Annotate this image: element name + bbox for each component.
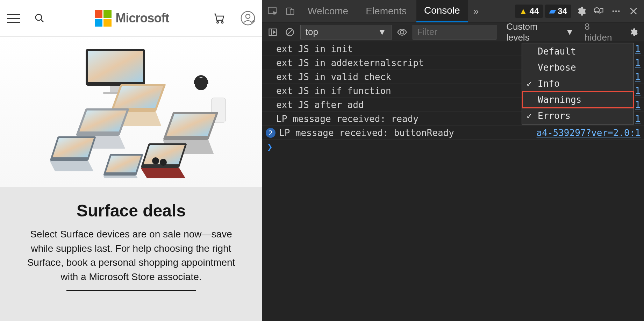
promo-body: Select Surface devices are on sale now—s… — [19, 227, 243, 284]
account-icon[interactable] — [241, 11, 255, 26]
more-tabs-icon[interactable]: » — [470, 6, 482, 17]
search-icon[interactable] — [34, 13, 45, 23]
live-expression-icon[interactable] — [395, 25, 409, 39]
svg-marker-31 — [100, 176, 144, 178]
menu-button[interactable] — [7, 12, 20, 25]
brand[interactable]: Microsoft — [66, 10, 198, 27]
log-source-link[interactable]: a4-539297?ver=2.0:1 — [531, 128, 641, 138]
levels-menu: Default Verbose ✓Info Warnings ✓Errors — [522, 43, 634, 124]
console-body: ext JS_in init.jsonp?v=2.0&d1ext JS_in a… — [262, 42, 644, 321]
messages-badge[interactable]: ▰34 — [545, 5, 571, 18]
check-icon: ✓ — [527, 110, 532, 121]
promo-title: Surface deals — [17, 201, 245, 220]
svg-point-40 — [618, 10, 620, 12]
hidden-count[interactable]: 8 hidden — [580, 21, 623, 43]
svg-rect-21 — [79, 110, 127, 131]
inspect-icon[interactable] — [265, 3, 280, 19]
site-header: Microsoft — [0, 0, 262, 37]
promo-link-underline[interactable] — [66, 290, 196, 291]
brand-name: Microsoft — [116, 11, 169, 26]
levels-item-warnings[interactable]: Warnings — [522, 92, 634, 108]
devtools-pane: Welcome Elements Console » ▲44 ▰34 top ▼ — [262, 0, 644, 321]
microsoft-logo-icon — [95, 10, 112, 27]
log-levels-dropdown[interactable]: Custom levels ▼ — [503, 21, 577, 43]
log-row: 2LP message received: buttonReadya4-5392… — [262, 126, 644, 140]
svg-point-48 — [400, 30, 404, 34]
svg-rect-18 — [166, 114, 216, 136]
context-selector[interactable]: top ▼ — [300, 25, 392, 40]
log-count-badge: 2 — [266, 128, 276, 138]
levels-item-info[interactable]: ✓Info — [522, 76, 634, 92]
svg-marker-28 — [137, 168, 189, 178]
webpage-pane: Microsoft — [0, 0, 262, 321]
svg-marker-45 — [273, 31, 275, 33]
svg-point-2 — [217, 22, 219, 23]
hero-image — [0, 37, 262, 187]
levels-label: Custom levels — [506, 21, 562, 43]
tab-welcome[interactable]: Welcome — [300, 0, 356, 22]
svg-line-1 — [41, 20, 44, 22]
svg-point-39 — [615, 10, 617, 12]
levels-item-verbose[interactable]: Verbose — [522, 59, 634, 76]
svg-rect-36 — [290, 9, 294, 14]
clear-console-icon[interactable] — [283, 25, 296, 39]
console-prompt[interactable]: ❯ — [262, 140, 644, 154]
sidebar-toggle-icon[interactable] — [266, 25, 279, 39]
svg-rect-9 — [88, 51, 143, 82]
console-settings-icon[interactable] — [627, 28, 641, 37]
log-message: ext JS_after add — [276, 100, 547, 110]
warnings-badge[interactable]: ▲44 — [515, 5, 543, 18]
tab-console[interactable]: Console — [416, 0, 468, 22]
log-message: ext JS_in addexternalscript — [276, 58, 547, 68]
svg-rect-30 — [106, 156, 141, 172]
console-toolbar: top ▼ Custom levels ▼ 8 hidden — [262, 22, 644, 42]
levels-item-errors[interactable]: ✓Errors — [522, 108, 634, 124]
tab-elements[interactable]: Elements — [358, 0, 414, 22]
svg-line-47 — [287, 30, 292, 35]
chevron-down-icon: ▼ — [378, 27, 387, 37]
feedback-icon[interactable] — [591, 6, 606, 16]
log-message: ext JS_in_if function — [276, 86, 547, 96]
log-message: LP message received: buttonReady — [279, 128, 531, 138]
log-message: ext JS_in init — [276, 44, 547, 54]
log-message: ext JS_in valid check — [276, 72, 547, 82]
promo-section: Surface deals Select Surface devices are… — [0, 187, 262, 321]
close-icon[interactable] — [626, 7, 641, 16]
svg-marker-25 — [46, 161, 97, 171]
chevron-down-icon: ▼ — [565, 27, 574, 37]
devtools-tabbar: Welcome Elements Console » ▲44 ▰34 — [262, 0, 644, 22]
more-icon[interactable] — [608, 6, 624, 16]
context-value: top — [306, 27, 318, 37]
svg-rect-24 — [53, 138, 94, 157]
svg-point-3 — [222, 22, 223, 23]
cart-icon[interactable] — [212, 11, 227, 26]
svg-point-33 — [160, 159, 167, 166]
device-toggle-icon[interactable] — [282, 3, 298, 19]
svg-point-38 — [613, 10, 614, 12]
svg-rect-13 — [114, 86, 163, 108]
check-icon: ✓ — [527, 78, 532, 89]
svg-point-0 — [36, 14, 42, 21]
svg-point-32 — [152, 157, 159, 164]
settings-icon[interactable] — [573, 6, 589, 16]
svg-point-5 — [246, 14, 250, 19]
messages-count: 34 — [558, 6, 567, 16]
filter-input[interactable] — [413, 25, 496, 40]
warnings-count: 44 — [530, 6, 539, 16]
levels-item-default[interactable]: Default — [522, 43, 634, 59]
